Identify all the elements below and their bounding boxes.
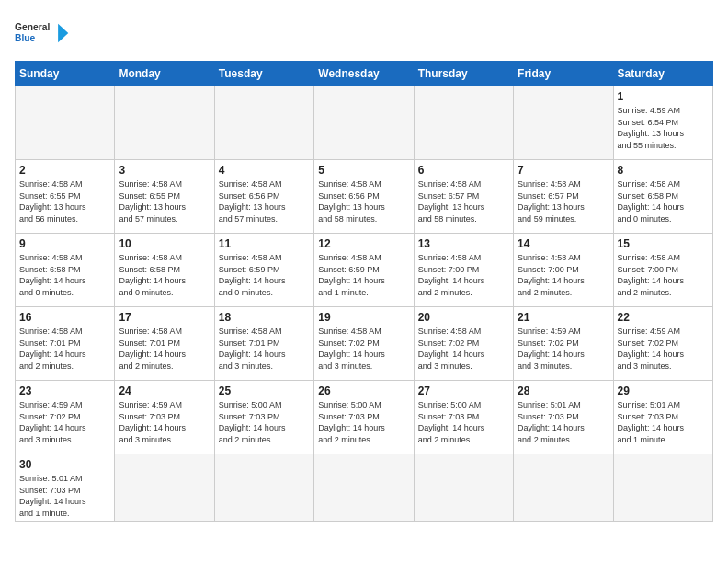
day-info: Sunrise: 5:00 AMSunset: 7:03 PMDaylight:… <box>318 399 409 445</box>
calendar-cell: 19Sunrise: 4:58 AMSunset: 7:02 PMDayligh… <box>314 307 414 381</box>
calendar-cell: 5Sunrise: 4:58 AMSunset: 6:56 PMDaylight… <box>314 160 414 234</box>
day-info: Sunrise: 4:58 AMSunset: 6:56 PMDaylight:… <box>318 178 409 224</box>
svg-marker-2 <box>58 24 68 43</box>
calendar: SundayMondayTuesdayWednesdayThursdayFrid… <box>15 61 713 522</box>
day-number: 14 <box>518 237 609 250</box>
calendar-cell: 4Sunrise: 4:58 AMSunset: 6:56 PMDaylight… <box>214 160 313 234</box>
calendar-cell: 24Sunrise: 4:59 AMSunset: 7:03 PMDayligh… <box>115 381 214 454</box>
day-info: Sunrise: 4:59 AMSunset: 7:02 PMDaylight:… <box>518 326 609 372</box>
day-info: Sunrise: 4:58 AMSunset: 6:57 PMDaylight:… <box>418 178 509 224</box>
day-number: 18 <box>219 311 310 324</box>
calendar-cell: 13Sunrise: 4:58 AMSunset: 7:00 PMDayligh… <box>414 234 513 307</box>
day-info: Sunrise: 4:58 AMSunset: 6:58 PMDaylight:… <box>19 252 110 298</box>
calendar-cell: 16Sunrise: 4:58 AMSunset: 7:01 PMDayligh… <box>16 307 115 381</box>
svg-text:Blue: Blue <box>15 33 36 43</box>
calendar-cell: 9Sunrise: 4:58 AMSunset: 6:58 PMDaylight… <box>16 234 115 307</box>
day-number: 20 <box>418 311 509 324</box>
day-number: 10 <box>119 237 210 250</box>
calendar-cell <box>115 454 214 522</box>
day-info: Sunrise: 4:58 AMSunset: 7:01 PMDaylight:… <box>19 326 110 372</box>
day-info: Sunrise: 5:01 AMSunset: 7:03 PMDaylight:… <box>19 473 110 519</box>
calendar-row-4: 16Sunrise: 4:58 AMSunset: 7:01 PMDayligh… <box>16 307 713 381</box>
logo: General Blue <box>15 15 70 52</box>
day-number: 7 <box>518 164 609 177</box>
weekday-header-wednesday: Wednesday <box>314 62 414 86</box>
svg-text:General: General <box>15 22 50 32</box>
calendar-cell: 1Sunrise: 4:59 AMSunset: 6:54 PMDaylight… <box>613 86 712 160</box>
day-info: Sunrise: 4:58 AMSunset: 6:59 PMDaylight:… <box>219 252 310 298</box>
weekday-header-row: SundayMondayTuesdayWednesdayThursdayFrid… <box>16 62 713 86</box>
calendar-cell <box>514 86 613 160</box>
weekday-header-tuesday: Tuesday <box>214 62 313 86</box>
calendar-row-2: 2Sunrise: 4:58 AMSunset: 6:55 PMDaylight… <box>16 160 713 234</box>
day-number: 1 <box>618 90 709 103</box>
calendar-cell: 23Sunrise: 4:59 AMSunset: 7:02 PMDayligh… <box>16 381 115 454</box>
day-number: 23 <box>19 385 110 397</box>
calendar-cell <box>613 454 712 522</box>
weekday-header-friday: Friday <box>514 62 613 86</box>
weekday-header-thursday: Thursday <box>414 62 513 86</box>
calendar-cell <box>314 86 414 160</box>
day-number: 25 <box>219 385 310 397</box>
calendar-cell: 21Sunrise: 4:59 AMSunset: 7:02 PMDayligh… <box>514 307 613 381</box>
calendar-cell: 30Sunrise: 5:01 AMSunset: 7:03 PMDayligh… <box>16 454 115 522</box>
calendar-cell: 27Sunrise: 5:00 AMSunset: 7:03 PMDayligh… <box>414 381 513 454</box>
calendar-cell <box>214 86 313 160</box>
calendar-cell: 12Sunrise: 4:58 AMSunset: 6:59 PMDayligh… <box>314 234 414 307</box>
day-number: 3 <box>119 164 210 177</box>
day-info: Sunrise: 5:00 AMSunset: 7:03 PMDaylight:… <box>418 399 509 445</box>
calendar-cell: 10Sunrise: 4:58 AMSunset: 6:58 PMDayligh… <box>115 234 214 307</box>
day-info: Sunrise: 4:58 AMSunset: 7:01 PMDaylight:… <box>219 326 310 372</box>
calendar-cell <box>16 86 115 160</box>
calendar-cell: 17Sunrise: 4:58 AMSunset: 7:01 PMDayligh… <box>115 307 214 381</box>
day-number: 29 <box>618 385 709 397</box>
day-number: 26 <box>318 385 409 397</box>
day-number: 8 <box>618 164 709 177</box>
day-info: Sunrise: 4:59 AMSunset: 7:02 PMDaylight:… <box>618 326 709 372</box>
day-number: 28 <box>518 385 609 397</box>
calendar-cell: 7Sunrise: 4:58 AMSunset: 6:57 PMDaylight… <box>514 160 613 234</box>
header: General Blue <box>15 15 713 52</box>
day-number: 6 <box>418 164 509 177</box>
day-number: 22 <box>618 311 709 324</box>
day-info: Sunrise: 4:58 AMSunset: 7:02 PMDaylight:… <box>318 326 409 372</box>
day-info: Sunrise: 4:59 AMSunset: 7:03 PMDaylight:… <box>119 399 210 445</box>
day-info: Sunrise: 5:01 AMSunset: 7:03 PMDaylight:… <box>618 399 709 445</box>
day-info: Sunrise: 4:58 AMSunset: 6:58 PMDaylight:… <box>119 252 210 298</box>
day-info: Sunrise: 4:58 AMSunset: 7:00 PMDaylight:… <box>418 252 509 298</box>
day-number: 19 <box>318 311 409 324</box>
day-info: Sunrise: 4:58 AMSunset: 6:59 PMDaylight:… <box>318 252 409 298</box>
day-number: 15 <box>618 237 709 250</box>
day-info: Sunrise: 5:01 AMSunset: 7:03 PMDaylight:… <box>518 399 609 445</box>
calendar-cell: 25Sunrise: 5:00 AMSunset: 7:03 PMDayligh… <box>214 381 313 454</box>
day-info: Sunrise: 4:59 AMSunset: 7:02 PMDaylight:… <box>19 399 110 445</box>
day-info: Sunrise: 4:58 AMSunset: 7:00 PMDaylight:… <box>518 252 609 298</box>
calendar-row-3: 9Sunrise: 4:58 AMSunset: 6:58 PMDaylight… <box>16 234 713 307</box>
calendar-cell: 3Sunrise: 4:58 AMSunset: 6:55 PMDaylight… <box>115 160 214 234</box>
calendar-cell <box>115 86 214 160</box>
day-number: 27 <box>418 385 509 397</box>
calendar-cell: 6Sunrise: 4:58 AMSunset: 6:57 PMDaylight… <box>414 160 513 234</box>
calendar-cell <box>414 86 513 160</box>
day-number: 21 <box>518 311 609 324</box>
day-number: 4 <box>219 164 310 177</box>
weekday-header-saturday: Saturday <box>613 62 712 86</box>
day-number: 9 <box>19 237 110 250</box>
day-number: 16 <box>19 311 110 324</box>
calendar-cell: 8Sunrise: 4:58 AMSunset: 6:58 PMDaylight… <box>613 160 712 234</box>
day-number: 5 <box>318 164 409 177</box>
calendar-cell: 11Sunrise: 4:58 AMSunset: 6:59 PMDayligh… <box>214 234 313 307</box>
calendar-cell <box>514 454 613 522</box>
calendar-row-6: 30Sunrise: 5:01 AMSunset: 7:03 PMDayligh… <box>16 454 713 522</box>
calendar-row-1: 1Sunrise: 4:59 AMSunset: 6:54 PMDaylight… <box>16 86 713 160</box>
day-number: 11 <box>219 237 310 250</box>
day-info: Sunrise: 4:58 AMSunset: 6:57 PMDaylight:… <box>518 178 609 224</box>
calendar-cell: 14Sunrise: 4:58 AMSunset: 7:00 PMDayligh… <box>514 234 613 307</box>
logo-svg: General Blue <box>15 15 70 52</box>
day-info: Sunrise: 4:59 AMSunset: 6:54 PMDaylight:… <box>618 105 709 151</box>
calendar-cell: 20Sunrise: 4:58 AMSunset: 7:02 PMDayligh… <box>414 307 513 381</box>
day-info: Sunrise: 4:58 AMSunset: 7:01 PMDaylight:… <box>119 326 210 372</box>
day-info: Sunrise: 5:00 AMSunset: 7:03 PMDaylight:… <box>219 399 310 445</box>
day-number: 30 <box>19 458 110 471</box>
weekday-header-monday: Monday <box>115 62 214 86</box>
